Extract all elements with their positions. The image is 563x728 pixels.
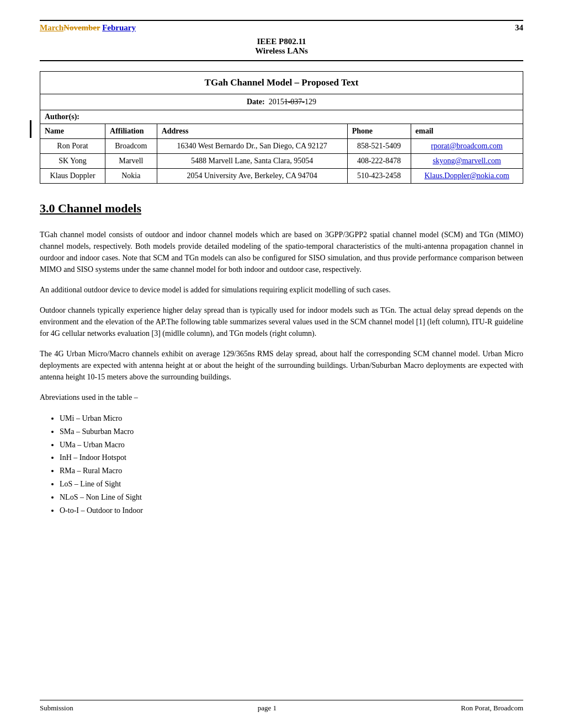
paragraph-3: The 4G Urban Micro/Macro channels exhibi… xyxy=(40,348,523,383)
list-item: UMi – Urban Micro xyxy=(60,412,523,425)
row1-affiliation: Broadcom xyxy=(105,139,157,154)
table-row: Klaus Doppler Nokia 2054 University Ave,… xyxy=(40,169,523,184)
row3-name: Klaus Doppler xyxy=(40,169,105,184)
col-email: email xyxy=(411,124,523,139)
tgah-col-header: Name Affiliation Address Phone email xyxy=(40,124,523,139)
row3-address: 2054 University Ave, Berkeley, CA 94704 xyxy=(157,169,347,184)
header-right: 34 xyxy=(515,23,523,33)
row2-phone: 408-222-8478 xyxy=(347,154,411,169)
row2-address: 5488 Marvell Lane, Santa Clara, 95054 xyxy=(157,154,347,169)
tgah-title-cell: TGah Channel Model – Proposed Text xyxy=(40,72,523,94)
header-left: MarchNovember February xyxy=(40,23,136,33)
list-item: RMa – Rural Macro xyxy=(60,464,523,478)
ieee-line2: Wireless LANs xyxy=(40,46,523,56)
row2-affiliation: Marvell xyxy=(105,154,157,169)
date-label: Date: xyxy=(247,98,265,106)
tgah-author-cell: Author(s): xyxy=(40,110,523,124)
row3-phone: 510-423-2458 xyxy=(347,169,411,184)
tgah-title-row: TGah Channel Model – Proposed Text xyxy=(40,72,523,94)
left-bar-marker xyxy=(30,120,31,138)
header-march: March xyxy=(40,23,63,32)
table-row: Ron Porat Broadcom 16340 West Bernardo D… xyxy=(40,139,523,154)
paragraph-1: TGah channel model consists of outdoor a… xyxy=(40,229,523,275)
abbreviations-list: UMi – Urban Micro SMa – Suburban Macro U… xyxy=(60,412,523,517)
date-value: 2015 xyxy=(269,98,284,106)
table-row: SK Yong Marvell 5488 Marvell Lane, Santa… xyxy=(40,154,523,169)
list-item: LoS – Line of Sight xyxy=(60,478,523,491)
list-item: UMa – Urban Macro xyxy=(60,438,523,452)
paragraph-2: Outdoor channels typically experience hi… xyxy=(40,304,523,339)
footer-center: page 1 xyxy=(258,704,277,713)
date-strike: 1-037- xyxy=(284,98,305,106)
row3-email: Klaus.Doppler@nokia.com xyxy=(411,169,523,184)
row1-address: 16340 West Bernardo Dr., San Diego, CA 9… xyxy=(157,139,347,154)
col-name: Name xyxy=(40,124,105,139)
date-value2: 129 xyxy=(305,98,316,106)
tgah-author-row: Author(s): xyxy=(40,110,523,124)
row1-name: Ron Porat xyxy=(40,139,105,154)
col-phone: Phone xyxy=(347,124,411,139)
ieee-line1: IEEE P802.11 xyxy=(40,37,523,46)
paragraph-3b: Abreviations used in the table – xyxy=(40,392,523,403)
row2-email: skyong@marvell.com xyxy=(411,154,523,169)
header-february: February xyxy=(102,23,136,32)
footer-right: Ron Porat, Broadcom xyxy=(461,704,523,713)
row2-name: SK Yong xyxy=(40,154,105,169)
header-november: November xyxy=(63,23,100,32)
list-item: SMa – Suburban Macro xyxy=(60,425,523,438)
section-heading: 3.0 Channel models xyxy=(40,201,523,216)
row1-phone: 858-521-5409 xyxy=(347,139,411,154)
footer-left: Submission xyxy=(40,704,73,713)
list-item: O-to-I – Outdoor to Indoor xyxy=(60,504,523,517)
ieee-title: IEEE P802.11 Wireless LANs xyxy=(40,37,523,61)
page-header: MarchNovember February 34 xyxy=(40,20,523,33)
col-affiliation: Affiliation xyxy=(105,124,157,139)
row1-email: rporat@broadcom.com xyxy=(411,139,523,154)
col-address: Address xyxy=(157,124,347,139)
tgah-date-cell: Date: 20151-037-129 xyxy=(40,94,523,110)
list-item: NLoS – Non Line of Sight xyxy=(60,491,523,504)
page-footer: Submission page 1 Ron Porat, Broadcom xyxy=(40,700,523,713)
paragraph-1b: An additional outdoor device to device m… xyxy=(40,284,523,296)
list-item: InH – Indoor Hotspot xyxy=(60,451,523,464)
row3-affiliation: Nokia xyxy=(105,169,157,184)
tgah-table: TGah Channel Model – Proposed Text Date:… xyxy=(40,71,523,184)
tgah-date-row: Date: 20151-037-129 xyxy=(40,94,523,110)
